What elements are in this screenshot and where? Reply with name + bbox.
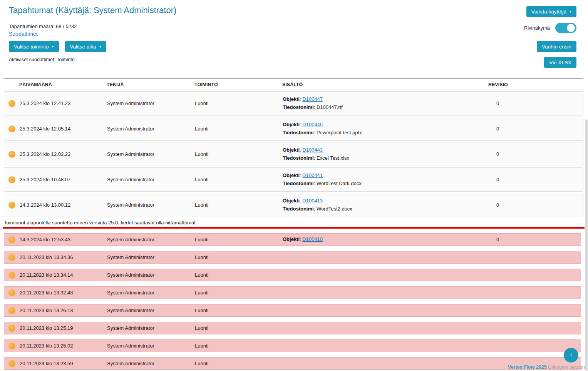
legacy-warning-text: Toiminnot alapuolella suoritettu ennen v…	[4, 220, 583, 226]
row-content: Objekti: D100410	[283, 235, 489, 244]
row-action: Luonti	[195, 325, 283, 331]
row-content: Objekti: D100447Tiedostonimi: D100447.rt…	[283, 95, 489, 112]
status-dot-icon	[8, 151, 15, 158]
recent-event-rows: 25.3.2024 klo 12.41.23 System Administra…	[4, 91, 583, 217]
object-label: Objekti	[283, 147, 300, 153]
object-label: Objekti	[283, 172, 300, 178]
status-dot-icon	[8, 176, 15, 183]
column-revision: REVISIO	[488, 82, 583, 87]
status-dot-icon	[8, 307, 15, 314]
row-author: System Administrator	[107, 237, 195, 242]
page-header: Tapahtumat (Käyttäjä: System Administrat…	[0, 0, 588, 79]
row-author: System Administrator	[107, 325, 195, 331]
event-row[interactable]: 20.11.2023 klo 13.34.14 System Administr…	[4, 269, 581, 281]
chevron-down-icon: ▾	[570, 10, 571, 13]
object-link[interactable]: D100443	[302, 147, 323, 153]
row-icon-cell	[4, 307, 20, 314]
event-row[interactable]: 25.3.2024 klo 10.48.07 System Administra…	[4, 167, 583, 192]
row-date: 20.11.2023 klo 13.32.43	[20, 290, 107, 296]
column-action: TOIMINTO	[194, 82, 282, 87]
object-label: Objekti	[283, 122, 300, 127]
row-action: Luonti	[195, 151, 283, 157]
row-action: Luonti	[195, 237, 283, 242]
event-row[interactable]: 25.3.2024 klo 12.05.14 System Administra…	[4, 117, 583, 141]
export-xlsx-button[interactable]: Vie XLSX	[544, 57, 576, 68]
row-author: System Administrator	[107, 151, 195, 157]
row-date: 20.11.2023 klo 13.25.02	[20, 343, 107, 349]
chevron-down-icon: ▾	[52, 45, 54, 48]
event-row[interactable]: 14.3.2024 klo 13.00.12 System Administra…	[4, 193, 583, 217]
row-revision: 0	[489, 237, 581, 242]
row-date: 25.3.2024 klo 12.02.22	[20, 151, 107, 157]
row-author: System Administrator	[107, 100, 195, 106]
row-icon-cell	[4, 100, 20, 107]
oldest-first-button[interactable]: Vanhin ensin	[537, 41, 576, 52]
filter-buttons: Valitse toiminto ▾ Valitse aika ▾	[9, 41, 106, 52]
object-label: Objekti	[283, 236, 300, 242]
select-time-button[interactable]: Valitse aika ▾	[65, 41, 106, 52]
scrollbar[interactable]	[585, 0, 588, 371]
object-link[interactable]: D100410	[302, 236, 323, 242]
status-dot-icon	[8, 289, 15, 296]
row-view-toggle[interactable]	[555, 23, 576, 33]
row-content: Objekti: D100413Tiedostonimi: WordTest2.…	[283, 196, 489, 214]
scroll-to-top-button[interactable]: ↑	[564, 348, 578, 363]
event-row[interactable]: 20.11.2023 klo 13.34.36 System Administr…	[4, 251, 581, 264]
toggle-knob	[567, 24, 575, 32]
event-row[interactable]: 14.3.2024 klo 12.53.43 System Administra…	[4, 233, 581, 246]
status-dot-icon	[8, 202, 15, 209]
object-link[interactable]: D100413	[302, 198, 323, 204]
event-row[interactable]: 25.3.2024 klo 12.41.23 System Administra…	[4, 91, 583, 115]
row-author: System Administrator	[107, 272, 195, 278]
select-time-label: Valitse aika	[70, 44, 96, 50]
row-date: 25.3.2024 klo 12.41.23	[20, 100, 107, 106]
select-action-button[interactable]: Valitse toiminto ▾	[9, 41, 59, 52]
column-author: TEKIJÄ	[107, 82, 194, 87]
row-view-label: Rivinäkymä	[524, 25, 550, 31]
event-count: Tapahtumien määrä: 68 / 5232	[9, 23, 77, 29]
row-date: 25.3.2024 klo 10.48.07	[20, 177, 107, 182]
event-row[interactable]: 20.11.2023 klo 13.26.13 System Administr…	[4, 304, 581, 317]
event-row[interactable]: 25.3.2024 klo 12.02.22 System Administra…	[4, 142, 583, 166]
status-dot-icon	[8, 254, 15, 261]
page-title: Tapahtumat (Käyttäjä: System Administrat…	[9, 5, 176, 15]
row-icon-cell	[4, 236, 20, 243]
object-link[interactable]: D100441	[302, 172, 323, 178]
footer-brand: Vertex Flow 2025 Unknown version	[508, 364, 585, 370]
row-author: System Administrator	[107, 254, 195, 260]
scrollbar-thumb[interactable]	[585, 119, 588, 371]
row-action: Luonti	[195, 343, 283, 349]
row-action: Luonti	[195, 202, 283, 208]
filename-label: Tiedostonimi	[283, 104, 314, 110]
event-row[interactable]: 20.11.2023 klo 13.23.59 System Administr…	[4, 357, 581, 370]
row-icon-cell	[4, 325, 20, 332]
object-link[interactable]: D100445	[302, 122, 323, 127]
column-content: SISÄLTÖ	[282, 82, 488, 87]
legacy-event-rows: 14.3.2024 klo 12.53.43 System Administra…	[4, 233, 583, 370]
status-dot-icon	[8, 343, 15, 349]
row-view-control: Rivinäkymä	[524, 23, 576, 33]
row-icon-cell	[4, 289, 20, 296]
row-revision: 0	[489, 177, 583, 182]
event-row[interactable]: 20.11.2023 klo 13.25.02 System Administr…	[4, 339, 581, 352]
object-link[interactable]: D100447	[302, 96, 323, 102]
status-dot-icon	[8, 272, 15, 279]
row-author: System Administrator	[107, 307, 195, 313]
row-icon-cell	[4, 254, 20, 261]
object-label: Objekti	[283, 96, 300, 102]
status-dot-icon	[8, 100, 15, 107]
row-content: Objekti: D100443Tiedostonimi: Excel Test…	[283, 145, 489, 163]
arrow-up-icon: ↑	[570, 351, 573, 359]
version-label: Unknown version	[548, 364, 585, 370]
row-date: 14.3.2024 klo 12.53.43	[20, 237, 107, 242]
row-action: Luonti	[195, 254, 283, 260]
event-row[interactable]: 20.11.2023 klo 13.25.19 System Administr…	[4, 322, 581, 334]
change-user-button[interactable]: Vaihda käyttäjä ▾	[526, 6, 576, 17]
row-date: 20.11.2023 klo 13.26.13	[20, 307, 107, 313]
event-row[interactable]: 20.11.2023 klo 13.32.43 System Administr…	[4, 286, 581, 299]
row-icon-cell	[4, 202, 20, 209]
status-dot-icon	[8, 360, 15, 367]
status-dot-icon	[8, 325, 15, 332]
chevron-down-icon: ▾	[99, 45, 101, 48]
filters-link[interactable]: Suodattimet	[9, 31, 38, 37]
